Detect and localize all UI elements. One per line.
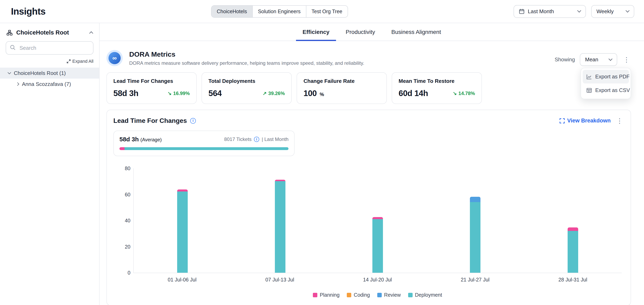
lead-time-chart-plot: 020406080 [133,168,622,273]
chevron-down-icon [577,8,581,12]
org-tab-test-org-tree[interactable]: Test Org Tree [306,6,348,17]
info-icon[interactable]: i [254,137,259,142]
average-value: 58d 3h [120,136,139,143]
org-hierarchy-icon [6,30,12,36]
legend-swatch-icon [313,293,317,297]
bar-segment-planning [372,217,383,219]
metric-card-lead-time: Lead Time For Changes 58d 3h ↘ 16.99% [106,72,197,104]
chevron-down-icon [626,8,630,12]
bar-segment-deployment [372,219,383,273]
stacked-bar[interactable] [177,189,188,273]
x-tick-label: 21 Jul-27 Jul [426,277,524,283]
granularity-value: Weekly [596,8,623,15]
panel-title: Lead Time For Changes [113,117,187,124]
tab-productivity[interactable]: Productivity [339,23,382,41]
metric-card-change-failure-rate: Change Failure Rate 100 % [296,72,387,104]
metric-value: 58d 3h [113,89,138,98]
legend-swatch-icon [408,293,412,297]
kebab-menu-icon[interactable]: ⋮ [622,56,631,63]
chart-line-icon [586,74,592,80]
table-icon [586,87,592,93]
expand-fullscreen-icon [560,118,565,123]
dora-metric-cards: Lead Time For Changes 58d 3h ↘ 16.99% To… [106,72,631,104]
date-range-select[interactable]: Last Month [514,5,586,18]
tree-node-choicehotels-root[interactable]: ChoiceHotels Root (1) [0,68,99,79]
bar-segment-deployment [177,192,188,273]
stacked-bar[interactable] [470,197,480,273]
stacked-bar[interactable] [372,217,383,273]
x-tick-label: 14 Jul-20 Jul [329,277,426,283]
aggregation-select[interactable]: Mean [580,53,617,66]
x-tick-label: 07 Jul-13 Jul [231,277,329,283]
menu-item-export-pdf[interactable]: Export as PDF [583,70,629,83]
chart-legend: PlanningCodingReviewDeployment [133,292,622,298]
kebab-menu-icon[interactable]: ⋮ [615,118,624,124]
main-tab-bar: Efficiency Productivity Business Alignme… [100,23,644,41]
stacked-bar[interactable] [568,227,578,273]
tab-efficiency[interactable]: Efficiency [296,23,336,41]
section-description: DORA metrics measure software delivery p… [129,60,364,66]
chevron-down-icon[interactable] [8,71,11,74]
x-tick-label: 01 Jul-06 Jul [133,277,231,283]
showing-label: Showing [554,56,575,63]
aggregation-value: Mean [585,56,606,63]
stacked-bar[interactable] [275,180,286,273]
average-summary-card: 58d 3h (Average) 8017 Tickets i | Last M… [113,131,294,156]
granularity-select[interactable]: Weekly [591,5,634,18]
calendar-icon [519,8,524,14]
collapse-sidebar-icon[interactable] [89,31,93,35]
dora-metrics-header: ∞ DORA Metrics DORA metrics measure soft… [106,50,631,66]
top-bar: Insights ChoiceHotels Solution Engineers… [0,0,644,23]
bar-segment-review [470,197,480,202]
trend-badge: ↘ 14.78% [453,91,475,96]
y-tick-label: 80 [116,166,130,171]
search-input[interactable] [6,41,94,55]
metric-unit: % [320,92,324,97]
metric-card-mean-time-to-restore: Mean Time To Restore 60d 14h ↘ 14.78% [392,72,482,104]
org-tree-sidebar: ChoiceHotels Root Expand All ChoiceHotel… [0,23,100,305]
section-title: DORA Metrics [129,50,364,58]
expand-all-button[interactable]: Expand All [0,56,99,68]
date-range-value: Last Month [528,8,574,15]
sidebar-title: ChoiceHotels Root [16,29,69,36]
period-label: | Last Month [262,136,288,142]
y-tick-label: 40 [116,218,130,224]
tree-node-anna-scozzafava[interactable]: Anna Scozzafava (7) [0,79,99,89]
lead-time-panel: Lead Time For Changes i View Breakdown [106,110,631,305]
legend-item-coding[interactable]: Coding [347,292,370,298]
menu-item-export-csv[interactable]: Export as CSV [583,83,629,97]
legend-item-deployment[interactable]: Deployment [408,292,442,298]
x-axis-labels: 01 Jul-06 Jul07 Jul-13 Jul14 Jul-20 Jul2… [133,277,622,283]
app-title: Insights [11,6,46,17]
org-tab-choicehotels[interactable]: ChoiceHotels [212,6,253,17]
trend-up-icon: ↗ [262,91,266,96]
lead-time-chart: 020406080 01 Jul-06 Jul07 Jul-13 Jul14 J… [133,168,622,298]
bar-segment-deployment [470,202,480,273]
org-toggle-group: ChoiceHotels Solution Engineers Test Org… [46,5,514,18]
trend-down-icon: ↘ [453,91,457,96]
y-tick-label: 20 [116,244,130,250]
chevron-right-icon[interactable] [16,82,19,86]
progress-segment-planning [120,147,124,150]
metric-value: 100 [304,89,317,98]
trend-badge: ↘ 16.99% [168,91,190,96]
tab-business-alignment[interactable]: Business Alignment [385,23,447,41]
bar-segment-planning [177,189,188,192]
ticket-count: 8017 Tickets [224,136,252,142]
progress-segment-deployment [124,147,288,150]
legend-item-planning[interactable]: Planning [313,292,340,298]
bar-segment-planning [568,227,578,231]
metric-value: 60d 14h [398,89,428,98]
chevron-down-icon [608,57,612,61]
legend-item-review[interactable]: Review [377,292,401,298]
export-menu: Export as PDF Export as CSV [580,68,631,99]
legend-swatch-icon [347,293,351,297]
top-bar-controls: Last Month Weekly [514,5,634,18]
metric-card-total-deployments: Total Deployments 564 ↗ 39.26% [202,72,292,104]
view-breakdown-button[interactable]: View Breakdown [560,118,611,124]
org-tab-solution-engineers[interactable]: Solution Engineers [253,6,306,17]
dora-metrics-icon: ∞ [106,50,123,66]
info-icon[interactable]: i [190,118,196,124]
expand-arrows-icon [67,59,71,63]
legend-swatch-icon [377,293,382,297]
